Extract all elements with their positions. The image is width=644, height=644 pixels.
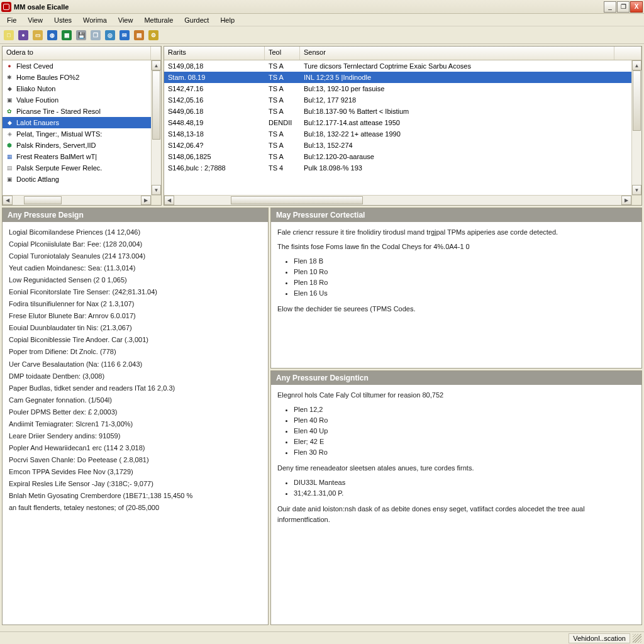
- table-cell: TS 4: [265, 164, 300, 172]
- design-line: Expiral Resles Life Sensor -Jay (:318C;-…: [9, 479, 262, 489]
- sheet-icon[interactable]: ▦: [60, 28, 74, 42]
- maximize-button[interactable]: ❐: [617, 1, 630, 13]
- panel-header: May Pressurer Cortectial: [271, 208, 641, 222]
- tree-item[interactable]: ●Flest Ceved: [3, 60, 151, 72]
- tree-item[interactable]: ▤Palsk Serpute Fewer Relec.: [3, 162, 151, 174]
- column-header[interactable]: Sensor: [300, 47, 614, 60]
- menu-ustes[interactable]: Ustes: [48, 15, 77, 25]
- list-item: Elen 16 Us: [294, 288, 635, 299]
- design-line: Pouler DPMS Better dex: £ 2,0003): [9, 407, 262, 418]
- open-icon[interactable]: ▭: [31, 28, 45, 42]
- tree-item-label: Dootic Attlang: [16, 175, 59, 183]
- table-row[interactable]: S149,08,18TS ATure dicsors Ternlectard C…: [164, 60, 631, 72]
- table-cell: TS A: [265, 142, 300, 149]
- tree-header: Odera to: [3, 47, 151, 60]
- table-row[interactable]: S142,06.4?TS ABul:13, 152-274: [164, 140, 631, 151]
- tree-item[interactable]: ✿Picanse Tire - Stared Resol: [3, 106, 151, 117]
- tree-item-icon: ▤: [5, 164, 14, 172]
- design-line: Low Regunidacted Sensen (2 0 1,065): [9, 275, 262, 286]
- design-line: Frese Elutor Blunete Bar: Arnrov 6.0.017…: [9, 311, 262, 321]
- sensor-icon[interactable]: ◎: [103, 28, 117, 42]
- design-line: Eonial Ficonitorslate Tire Senser: (242;…: [9, 287, 262, 297]
- table-cell: S449,06.18: [164, 108, 265, 115]
- table-cell: Bul:12, 177 9218: [300, 96, 614, 104]
- menu-view[interactable]: View: [113, 15, 139, 25]
- copy-icon[interactable]: ❐: [89, 28, 103, 42]
- table-row[interactable]: S142,47.16TS ABul:13, 192-10 per fasuise: [164, 83, 631, 94]
- table-cell: S142,06.4?: [164, 142, 265, 149]
- minimize-button[interactable]: _: [604, 1, 616, 13]
- table-row[interactable]: S146,bulc : 2;7888TS 4Pulk 18.098-% 193: [164, 162, 631, 174]
- tree-item-label: Lalot Enauers: [16, 119, 59, 126]
- column-header[interactable]: Teol: [265, 47, 300, 60]
- table-cell: TS A: [265, 62, 300, 70]
- tree-item[interactable]: ▣Dootic Attlang: [3, 174, 151, 185]
- menu-worima[interactable]: Worima: [77, 15, 113, 25]
- menu-gurdect[interactable]: Gurdect: [179, 15, 214, 25]
- list-item: Flen 30 Ro: [294, 447, 635, 458]
- table-hscroll[interactable]: ◀▶: [164, 195, 631, 205]
- new-icon[interactable]: □: [2, 28, 16, 42]
- table-cell: S142,47.16: [164, 85, 265, 92]
- table-cell: S146,bulc : 2;7888: [164, 164, 265, 172]
- tree-item-icon: ⬢: [5, 141, 14, 150]
- tree-item[interactable]: ▣Value Foution: [3, 94, 151, 106]
- tree-vscroll[interactable]: ▲▼: [151, 60, 161, 195]
- list-item: Plen 10 Ro: [294, 267, 635, 277]
- tree-item-icon: ▦: [5, 152, 14, 161]
- tree-item-icon: ◆: [5, 118, 14, 127]
- tree-item-label: Pelat, Tinger:, Mistual WTS:: [16, 130, 102, 138]
- table-cell: Bul:13, 192-10 per fasuise: [300, 85, 614, 92]
- tree-item-label: Palsk Rinders, Servert,IID: [16, 142, 96, 149]
- tree-item-label: Frest Reaters BalMert wT|: [16, 153, 97, 160]
- tree-item[interactable]: ◆Eliako Nuton: [3, 83, 151, 94]
- menu-fie[interactable]: Fie: [1, 15, 22, 25]
- column-header[interactable]: Rarits: [164, 47, 265, 60]
- window-title: MM osale Eicalle: [14, 3, 604, 11]
- design-line: Poper trom Difiene: Dt Znolc. (778): [9, 347, 262, 357]
- menu-view[interactable]: View: [22, 15, 48, 25]
- tree-item-icon: ✿: [5, 107, 14, 116]
- tree-item-label: Picanse Tire - Stared Resol: [16, 108, 101, 115]
- table-row[interactable]: S449,06.18TS ABul:18.137-90 % Battert < …: [164, 106, 631, 117]
- footer-text: Elow the dechider tie seurees (TPMS Code…: [277, 304, 635, 314]
- table-cell: TS A: [265, 108, 300, 115]
- report-icon[interactable]: ▤: [132, 28, 146, 42]
- tree-item[interactable]: ◈Pelat, Tinger:, Mistual WTS:: [3, 128, 151, 140]
- table-cell: Pulk 18.098-% 193: [300, 164, 614, 172]
- tree-hscroll[interactable]: ◀▶: [3, 195, 151, 205]
- table-row[interactable]: Stam. 08.19TS AINL 12;23 5 |Indinodle: [164, 72, 631, 83]
- list-item: Plen 18 Ro: [294, 277, 635, 288]
- table-row[interactable]: S448.48,19DENDIIBul:12.177-14.ast atteas…: [164, 117, 631, 128]
- chat-icon[interactable]: ✉: [118, 28, 131, 42]
- tree-item[interactable]: ◆Lalot Enauers: [3, 117, 151, 128]
- design-line: Fodira tilsunifiulenner for Nax (2 1.3,1…: [9, 299, 262, 309]
- menu-metturale[interactable]: Metturale: [138, 15, 179, 25]
- table-cell: S142,05.16: [164, 96, 265, 104]
- tree-item[interactable]: ▦Frest Reaters BalMert wT|: [3, 151, 151, 162]
- world-icon[interactable]: ◍: [45, 28, 59, 42]
- table-row[interactable]: S148,06,1825TS ABul:12.120-20-aarause: [164, 151, 631, 162]
- status-cell: VehidonI..scation: [569, 633, 630, 643]
- design-line: DMP toidaate Dentben: (3,008): [9, 371, 262, 382]
- globe-icon[interactable]: ●: [16, 28, 30, 42]
- list-item: Elen 40 Up: [294, 426, 635, 436]
- settings-icon[interactable]: ⚙: [147, 28, 160, 42]
- design-line: Bnlah Metin Gyosating Cremberdore (1BE71…: [9, 491, 262, 501]
- table-vscroll[interactable]: ▲▼: [631, 60, 641, 195]
- tree-item-icon: ▣: [5, 175, 14, 184]
- design-line: Eouial Duunblaudater tin Nis: (21.3,067): [9, 323, 262, 333]
- tree-item[interactable]: ⬢Palsk Rinders, Servert,IID: [3, 140, 151, 151]
- menu-help[interactable]: Help: [214, 15, 240, 25]
- table-cell: S148,13-18: [164, 130, 265, 138]
- app-icon: [1, 2, 11, 12]
- table-cell: Bul:12.177-14.ast attease 1950: [300, 119, 614, 126]
- tree-item[interactable]: ✱Home Baules FO%2: [3, 72, 151, 83]
- resize-grip[interactable]: [633, 634, 641, 643]
- table-cell: TS A: [265, 74, 300, 81]
- close-button[interactable]: X: [630, 1, 643, 13]
- table-row[interactable]: S142,05.16TS ABul:12, 177 9218: [164, 94, 631, 106]
- save-icon[interactable]: 💾: [74, 28, 88, 42]
- table-cell: TS A: [265, 85, 300, 92]
- table-row[interactable]: S148,13-18TS ABul:18, 132-22 1+ attease …: [164, 128, 631, 140]
